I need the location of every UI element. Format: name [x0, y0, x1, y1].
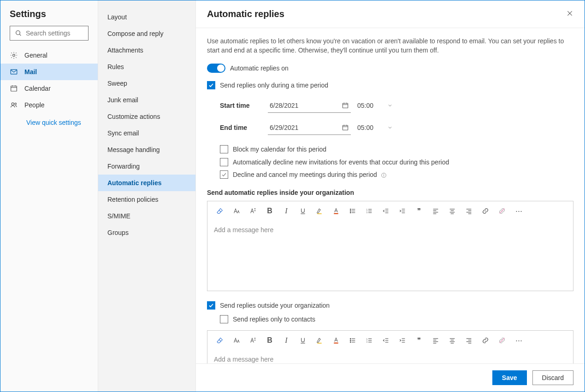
- outdent-button[interactable]: [382, 207, 390, 215]
- indent-button[interactable]: [398, 207, 407, 215]
- sub-layout[interactable]: Layout: [98, 9, 195, 25]
- svg-point-69: [350, 340, 351, 341]
- unlink-button[interactable]: [498, 336, 506, 345]
- more-button[interactable]: ⋯: [514, 336, 523, 345]
- inside-editor-body[interactable]: Add a message here: [207, 221, 573, 291]
- svg-text:3: 3: [366, 341, 368, 343]
- search-input[interactable]: [26, 29, 106, 37]
- time-period-checkbox[interactable]: [207, 81, 215, 89]
- block-calendar-checkbox[interactable]: [220, 145, 228, 153]
- aligncenter-button[interactable]: [448, 336, 456, 345]
- nav-people[interactable]: People: [0, 97, 98, 113]
- discard-button[interactable]: Discard: [532, 370, 573, 385]
- svg-point-9: [15, 103, 17, 105]
- decline-cancel-checkbox[interactable]: [220, 170, 228, 179]
- fontcolor-button[interactable]: [332, 336, 340, 345]
- search-settings[interactable]: [10, 26, 89, 41]
- sub-groups[interactable]: Groups: [98, 224, 195, 241]
- svg-rect-12: [343, 103, 348, 108]
- svg-point-31: [350, 211, 351, 211]
- mail-icon: [10, 68, 18, 76]
- sub-junk[interactable]: Junk email: [98, 92, 195, 108]
- close-icon: [566, 10, 573, 17]
- settings-sidebar: Settings General Mail Calendar People Vi…: [0, 0, 98, 392]
- fontcolor-button[interactable]: [332, 207, 340, 215]
- save-button[interactable]: Save: [492, 370, 527, 385]
- sub-message-handling[interactable]: Message handling: [98, 141, 195, 158]
- quote-button[interactable]: ❞: [415, 207, 423, 215]
- sub-customize[interactable]: Customize actions: [98, 108, 195, 125]
- alignleft-button[interactable]: [431, 207, 440, 215]
- end-time-select[interactable]: 05:00: [357, 120, 403, 135]
- svg-line-60: [500, 209, 505, 214]
- unlink-button[interactable]: [498, 207, 506, 215]
- main-panel: Automatic replies Use automatic replies …: [196, 0, 585, 392]
- sub-sweep[interactable]: Sweep: [98, 75, 195, 92]
- fontsize-icon[interactable]: [249, 336, 257, 345]
- nav-mail[interactable]: Mail: [0, 64, 98, 80]
- alignright-button[interactable]: [465, 207, 473, 215]
- bold-button[interactable]: B: [266, 207, 274, 215]
- alignleft-button[interactable]: [431, 336, 440, 345]
- quote-button[interactable]: ❞: [415, 336, 423, 345]
- close-button[interactable]: [566, 10, 573, 18]
- sub-smime[interactable]: S/MIME: [98, 208, 195, 224]
- sub-rules[interactable]: Rules: [98, 59, 195, 75]
- indent-button[interactable]: [398, 336, 407, 345]
- only-contacts-checkbox[interactable]: [220, 315, 228, 323]
- eraser-icon[interactable]: [216, 336, 224, 345]
- checkbox-label: Send replies only during a time period: [220, 81, 328, 90]
- outside-org-checkbox[interactable]: [207, 301, 215, 310]
- sub-retention[interactable]: Retention policies: [98, 191, 195, 208]
- fontname-icon[interactable]: [232, 336, 241, 345]
- eraser-icon[interactable]: [216, 207, 224, 215]
- svg-point-32: [350, 212, 351, 213]
- sub-automatic-replies[interactable]: Automatic replies: [98, 175, 195, 191]
- italic-button[interactable]: I: [282, 207, 290, 215]
- highlight-button[interactable]: [315, 207, 324, 215]
- svg-line-61: [219, 339, 221, 341]
- bulletlist-button[interactable]: [349, 207, 357, 215]
- italic-button[interactable]: I: [282, 336, 290, 345]
- bold-button[interactable]: B: [266, 336, 274, 345]
- toggle-label: Automatic replies on: [230, 64, 289, 72]
- start-date-input[interactable]: 6/28/2021: [268, 98, 351, 113]
- sub-forwarding[interactable]: Forwarding: [98, 158, 195, 175]
- highlight-button[interactable]: [315, 336, 324, 345]
- end-time-label: End time: [220, 124, 261, 131]
- start-time-select[interactable]: 05:00: [357, 98, 403, 113]
- outside-editor-body[interactable]: Add a message here: [207, 350, 573, 363]
- end-date-value: 6/29/2021: [270, 124, 298, 131]
- start-time-label: Start time: [220, 102, 261, 109]
- bulletlist-button[interactable]: [349, 336, 357, 345]
- more-button[interactable]: ⋯: [514, 207, 523, 215]
- numlist-button[interactable]: 123: [365, 336, 373, 345]
- sub-compose[interactable]: Compose and reply: [98, 25, 195, 42]
- svg-point-8: [12, 103, 14, 105]
- aligncenter-button[interactable]: [448, 207, 456, 215]
- editor-toolbar: B I 123 ❞ ⋯: [207, 201, 573, 221]
- panel-description: Use automatic replies to let others know…: [207, 36, 573, 55]
- nav-calendar[interactable]: Calendar: [0, 80, 98, 97]
- outdent-button[interactable]: [382, 336, 390, 345]
- fontsize-icon[interactable]: [249, 207, 257, 215]
- calendar-icon: [342, 102, 349, 109]
- automatic-replies-toggle[interactable]: [207, 64, 225, 73]
- checkbox-label: Send replies only to contacts: [233, 315, 315, 324]
- end-date-input[interactable]: 6/29/2021: [268, 120, 351, 135]
- fontname-icon[interactable]: [232, 207, 241, 215]
- svg-line-98: [500, 338, 505, 343]
- link-button[interactable]: [481, 336, 490, 345]
- editor-toolbar: B I 123 ❞ ⋯: [207, 331, 573, 350]
- sub-sync[interactable]: Sync email: [98, 125, 195, 141]
- decline-new-checkbox[interactable]: [220, 158, 228, 166]
- underline-button[interactable]: [299, 207, 307, 215]
- view-quick-settings-link[interactable]: View quick settings: [0, 113, 98, 126]
- underline-button[interactable]: [299, 336, 307, 345]
- alignright-button[interactable]: [465, 336, 473, 345]
- link-button[interactable]: [481, 207, 490, 215]
- numlist-button[interactable]: 123: [365, 207, 373, 215]
- nav-general[interactable]: General: [0, 47, 98, 64]
- svg-text:3: 3: [366, 211, 368, 214]
- sub-attachments[interactable]: Attachments: [98, 42, 195, 59]
